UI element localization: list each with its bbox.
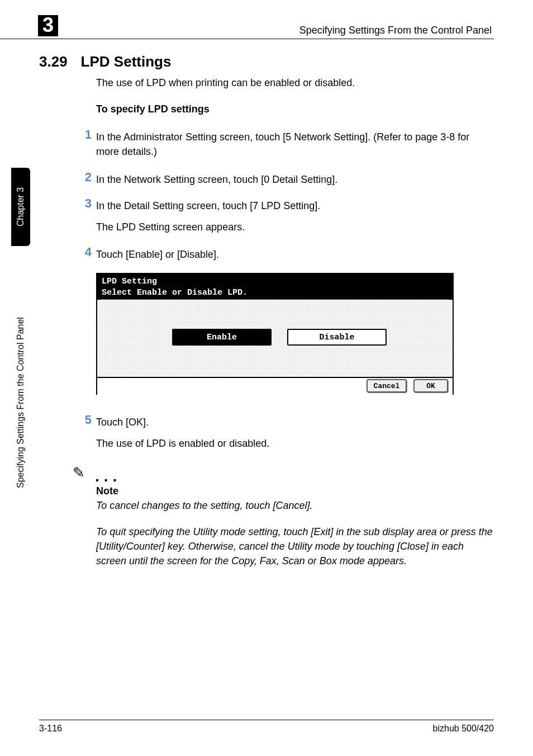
step-text: Touch [OK]. — [96, 415, 494, 429]
page-number: 3-116 — [39, 724, 62, 734]
cancel-button[interactable]: Cancel — [367, 379, 407, 393]
step-text: In the Detail Setting screen, touch [7 L… — [96, 199, 494, 213]
subheading: To specify LPD settings — [96, 103, 210, 115]
panel-body: Enable Disable — [97, 300, 453, 378]
panel-header: LPD Setting Select Enable or Disable LPD… — [97, 274, 453, 300]
note-icon: ✎ — [73, 464, 85, 481]
step-number: 5 — [77, 413, 92, 427]
disable-button[interactable]: Disable — [287, 329, 387, 346]
step-4: 4 Touch [Enable] or [Disable]. — [96, 247, 494, 262]
chapter-badge: 3 — [38, 15, 58, 36]
step-5: 5 Touch [OK]. The use of LPD is enabled … — [96, 415, 494, 451]
step-number: 4 — [77, 245, 92, 259]
side-label: Specifying Settings From the Control Pan… — [11, 257, 30, 548]
section-number: 3.29 — [39, 53, 68, 70]
panel-footer: Cancel OK — [97, 378, 453, 395]
note-text-1: To cancel changes to the setting, touch … — [96, 500, 494, 512]
running-title: Specifying Settings From the Control Pan… — [299, 25, 494, 36]
ok-button[interactable]: OK — [413, 379, 448, 393]
intro-text: The use of LPD when printing can be enab… — [96, 77, 355, 89]
step-number: 2 — [77, 170, 92, 185]
panel-subtitle: Select Enable or Disable LPD. — [102, 287, 448, 300]
side-chapter-tab: Chapter 3 — [11, 168, 30, 246]
section-title: LPD Settings — [81, 53, 172, 70]
step-text: Touch [Enable] or [Disable]. — [96, 247, 494, 262]
step-number: 3 — [77, 196, 92, 211]
page-footer: 3-116 bizhub 500/420 — [39, 720, 494, 734]
enable-button[interactable]: Enable — [172, 329, 272, 346]
note-text-2: To quit specifying the Utility mode sett… — [96, 525, 494, 568]
step-text: In the Network Setting screen, touch [0 … — [96, 172, 494, 187]
panel-title: LPD Setting — [102, 276, 448, 287]
step-3: 3 In the Detail Setting screen, touch [7… — [96, 199, 494, 234]
lpd-setting-screenshot: LPD Setting Select Enable or Disable LPD… — [96, 273, 454, 395]
step-subtext: The use of LPD is enabled or disabled. — [96, 436, 494, 451]
step-number: 1 — [77, 127, 92, 142]
note-dots-icon: ... — [95, 467, 121, 485]
product-name: bizhub 500/420 — [433, 724, 494, 734]
page-header: 3 Specifying Settings From the Control P… — [0, 17, 494, 39]
step-1: 1 In the Administrator Setting screen, t… — [96, 130, 494, 159]
section-heading: 3.29 LPD Settings — [39, 53, 171, 70]
note-label: Note — [96, 485, 118, 497]
step-subtext: The LPD Setting screen appears. — [96, 220, 494, 234]
step-text: In the Administrator Setting screen, tou… — [96, 130, 494, 159]
step-2: 2 In the Network Setting screen, touch [… — [96, 172, 494, 187]
